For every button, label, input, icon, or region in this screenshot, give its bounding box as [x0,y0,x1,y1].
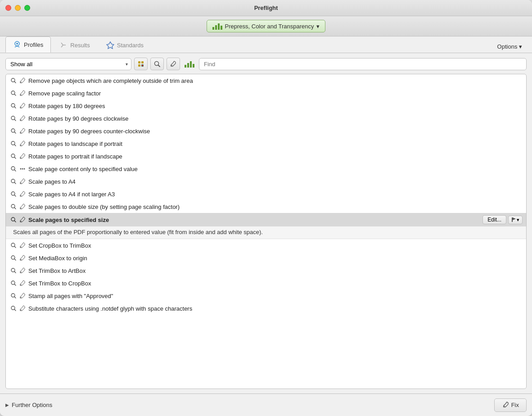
wrench-icon-btn[interactable] [167,58,180,70]
list-item[interactable]: Remove page objects which are completely… [6,74,526,87]
svg-line-28 [20,145,21,146]
svg-line-12 [14,81,16,83]
svg-line-47 [14,221,16,222]
search-small-icon [9,177,18,185]
item-label: Remove page objects which are completely… [28,77,523,84]
item-icons [9,140,27,148]
svg-line-58 [14,271,16,273]
edit-button[interactable]: Edit... [482,215,506,224]
items-list[interactable]: Remove page objects which are completely… [5,74,527,389]
tab-profiles-label: Profiles [24,41,43,48]
svg-line-16 [20,95,21,95]
wrench-small-icon [18,152,27,160]
item-icons [9,292,27,300]
item-label: Scale pages to double size (by setting p… [28,203,523,210]
wrench-small-icon [18,304,27,312]
item-icons [9,304,27,312]
filter-icon-btn[interactable] [134,58,148,70]
wrench-small-icon [18,254,27,262]
item-label: Remove page scaling factor [28,90,523,97]
svg-line-67 [14,309,16,311]
svg-line-19 [20,107,21,108]
profile-dropdown-arrow: ▾ [316,23,320,30]
wrench-small-icon [18,77,27,85]
item-icons [9,279,27,287]
minimize-button[interactable] [15,5,21,11]
tabs-bar: Profiles Results Standards Options ▾ [0,36,532,53]
search-icon-btn[interactable] [150,58,164,70]
svg-line-18 [14,107,16,108]
item-icons [9,177,27,185]
profiles-icon [13,41,21,49]
bar-chart-icon [212,23,222,30]
svg-line-38 [14,182,16,184]
search-small-icon [9,102,18,110]
list-item[interactable]: Scale page content only to specified val… [6,163,526,175]
show-all-select[interactable]: Show all [5,58,131,70]
wrench-small-icon [18,89,27,97]
find-input[interactable] [199,58,527,70]
maximize-button[interactable] [24,5,30,11]
tab-results[interactable]: Results [52,37,97,53]
svg-line-30 [14,157,16,158]
fix-button[interactable]: Fix [494,398,527,412]
wrench-small-icon [18,279,27,287]
search-small-icon [9,190,18,198]
flag-button[interactable]: ▾ [508,216,523,224]
svg-rect-4 [141,61,144,63]
search-small-icon [9,279,18,287]
svg-rect-49 [512,217,513,222]
list-item[interactable]: Set TrimBox to CropBox [6,277,526,289]
list-item[interactable]: Set MediaBox to origin [6,252,526,264]
list-item[interactable]: Substitute characters using .notdef glyp… [6,302,526,315]
list-item[interactable]: Scale pages to A4 if not larger A3 [6,188,526,200]
list-item[interactable]: Set TrimBox to ArtBox [6,264,526,277]
options-button[interactable]: Options ▾ [493,41,527,53]
list-item[interactable]: Remove page scaling factor [6,87,526,99]
item-icons [9,152,27,160]
svg-line-48 [20,221,21,222]
list-item[interactable]: Rotate pages by 180 degrees [6,99,526,112]
svg-marker-2 [107,42,114,49]
svg-line-68 [20,310,21,311]
list-item[interactable]: Stamp all pages with "Approved" [6,289,526,302]
chart-icon-btn[interactable] [183,58,196,70]
wrench-small-icon [18,102,27,110]
profile-dropdown[interactable]: Prepress, Color and Transparency ▾ [207,20,326,32]
svg-point-36 [24,168,25,170]
item-label: Scale pages to A4 if not larger A3 [28,191,523,198]
list-item[interactable]: Rotate pages by 90 degrees clockwise [6,112,526,125]
wrench-small-icon [18,267,27,275]
item-label: Rotate pages to landscape if portrait [28,140,523,147]
item-icons [9,102,27,110]
list-item[interactable]: Rotate pages to portrait if landscape [6,150,526,163]
svg-point-34 [20,168,22,170]
item-icons [9,241,27,249]
flag-icon [511,217,517,222]
list-item-selected[interactable]: Scale pages to specified size Edit... ▾ [6,213,526,226]
list-item[interactable]: Set CropBox to TrimBox [6,239,526,252]
tab-standards[interactable]: Standards [99,37,151,53]
list-item[interactable]: Scale pages to double size (by setting p… [6,200,526,213]
item-label: Set TrimBox to CropBox [28,280,523,287]
svg-rect-5 [138,64,140,67]
wrench-small-icon [18,292,27,300]
wrench-small-icon [18,127,27,135]
search-small-icon [9,152,18,160]
list-item[interactable]: Rotate pages by 90 degrees counter-clock… [6,125,526,137]
tab-profiles[interactable]: Profiles [5,36,51,53]
toolbar: Prepress, Color and Transparency ▾ [0,16,532,36]
further-options[interactable]: ▶ Further Options [5,402,52,408]
svg-line-31 [20,158,21,158]
main-content: Show all ▾ [0,53,532,393]
svg-line-44 [14,208,16,209]
svg-rect-3 [138,61,140,63]
wrench-small-icon [18,190,27,198]
list-item[interactable]: Scale pages to A4 [6,175,526,188]
svg-line-25 [20,132,21,133]
list-item[interactable]: Rotate pages to landscape if portrait [6,137,526,150]
wrench-small-icon [18,203,27,211]
close-button[interactable] [5,5,11,11]
show-all-wrapper: Show all ▾ [5,58,131,70]
svg-line-9 [158,65,160,67]
